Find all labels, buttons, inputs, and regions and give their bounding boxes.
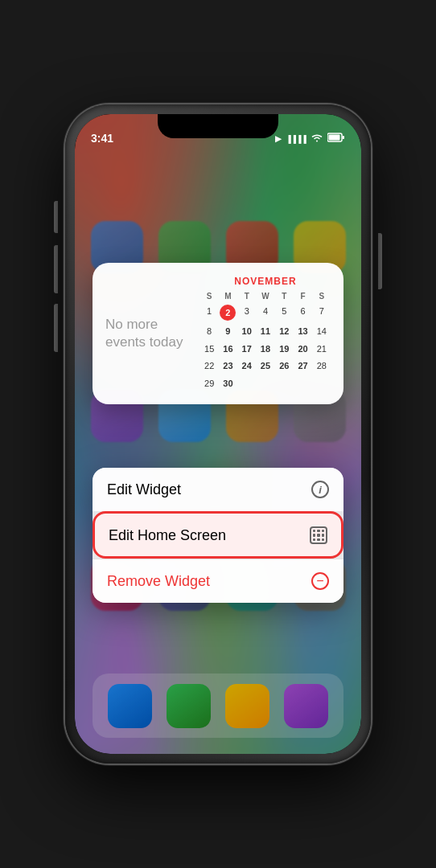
edit-home-screen-label: Edit Home Screen bbox=[109, 527, 226, 544]
weekday-f: F bbox=[294, 290, 311, 302]
calendar-month: NOVEMBER bbox=[200, 276, 331, 287]
battery-icon bbox=[327, 133, 345, 145]
weekday-s1: S bbox=[200, 290, 218, 302]
cal-24: 24 bbox=[238, 358, 256, 375]
cal-2-today: 2 bbox=[219, 303, 237, 322]
phone-frame: 3:41 ▶ ▐▐▐▐ bbox=[65, 104, 371, 764]
home-screen: 3:41 ▶ ▐▐▐▐ bbox=[75, 114, 361, 754]
cal-12: 12 bbox=[275, 323, 293, 340]
context-menu-overlay bbox=[75, 114, 361, 754]
weekday-w: W bbox=[257, 290, 274, 302]
cal-25: 25 bbox=[257, 358, 274, 375]
cal-27: 27 bbox=[294, 358, 311, 375]
context-menu: Edit Widget i Edit Home Screen bbox=[93, 468, 343, 603]
cal-20: 20 bbox=[294, 341, 311, 358]
no-events-text: No more events today bbox=[105, 276, 192, 391]
silent-switch[interactable] bbox=[54, 201, 58, 233]
calendar-widget[interactable]: No more events today NOVEMBER S M T W T … bbox=[93, 263, 343, 404]
cal-30: 30 bbox=[219, 375, 237, 392]
remove-widget-label: Remove Widget bbox=[107, 573, 210, 590]
svg-rect-2 bbox=[329, 135, 340, 141]
weekday-m: M bbox=[219, 290, 237, 302]
cal-empty-3 bbox=[275, 375, 293, 392]
cal-empty-2 bbox=[257, 375, 274, 392]
cal-26: 26 bbox=[275, 358, 293, 375]
wifi-icon bbox=[311, 133, 323, 145]
cal-16: 16 bbox=[219, 341, 237, 358]
notch bbox=[158, 114, 278, 138]
location-icon: ▶ bbox=[275, 134, 282, 143]
cal-empty-1 bbox=[238, 375, 256, 392]
phone-screen: 3:41 ▶ ▐▐▐▐ bbox=[75, 114, 361, 754]
volume-up-button[interactable] bbox=[54, 245, 58, 293]
cal-1: 1 bbox=[200, 303, 218, 322]
status-icons: ▶ ▐▐▐▐ bbox=[275, 133, 345, 145]
grid-icon bbox=[310, 526, 327, 544]
cal-14: 14 bbox=[313, 323, 331, 340]
cal-3: 3 bbox=[238, 303, 256, 322]
volume-down-button[interactable] bbox=[54, 304, 58, 352]
cal-15: 15 bbox=[200, 341, 218, 358]
signal-icon: ▐▐▐▐ bbox=[286, 135, 306, 143]
info-icon: i bbox=[311, 481, 329, 498]
cal-11: 11 bbox=[257, 323, 274, 340]
weekday-t2: T bbox=[275, 290, 293, 302]
power-button[interactable] bbox=[378, 233, 382, 289]
cal-22: 22 bbox=[200, 358, 218, 375]
cal-empty-5 bbox=[313, 375, 331, 392]
cal-19: 19 bbox=[275, 341, 293, 358]
cal-5: 5 bbox=[275, 303, 293, 322]
edit-widget-label: Edit Widget bbox=[107, 481, 181, 498]
cal-28: 28 bbox=[313, 358, 331, 375]
weekday-t1: T bbox=[238, 290, 256, 302]
cal-21: 21 bbox=[313, 341, 331, 358]
cal-9: 9 bbox=[219, 323, 237, 340]
cal-10: 10 bbox=[238, 323, 256, 340]
cal-23: 23 bbox=[219, 358, 237, 375]
cal-13: 13 bbox=[294, 323, 311, 340]
cal-17: 17 bbox=[238, 341, 256, 358]
edit-home-screen-menu-item[interactable]: Edit Home Screen bbox=[94, 513, 342, 557]
edit-widget-menu-item[interactable]: Edit Widget i bbox=[93, 468, 343, 511]
calendar-grid: NOVEMBER S M T W T F S 1 2 3 4 5 bbox=[200, 276, 331, 391]
cal-4: 4 bbox=[257, 303, 274, 322]
cal-18: 18 bbox=[257, 341, 274, 358]
weekday-s2: S bbox=[313, 290, 331, 302]
cal-6: 6 bbox=[294, 303, 311, 322]
svg-rect-1 bbox=[343, 136, 345, 139]
calendar-weekdays: S M T W T F S 1 2 3 4 5 6 7 bbox=[200, 290, 331, 391]
cal-7: 7 bbox=[313, 303, 331, 322]
minus-icon: − bbox=[311, 572, 329, 590]
cal-29: 29 bbox=[200, 375, 218, 392]
cal-8: 8 bbox=[200, 323, 218, 340]
cal-empty-4 bbox=[294, 375, 311, 392]
remove-widget-menu-item[interactable]: Remove Widget − bbox=[93, 559, 343, 603]
